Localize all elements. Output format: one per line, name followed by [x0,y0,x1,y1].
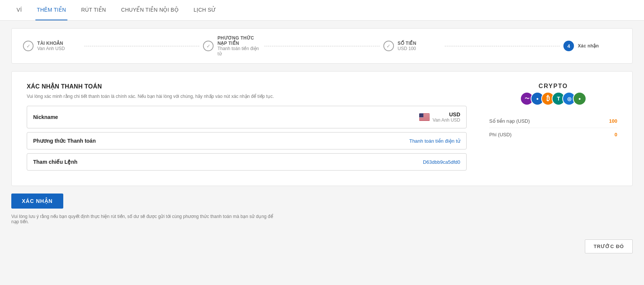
step-2-icon: ✓ [203,41,214,51]
step-divider-3 [445,46,560,46]
currency-name: Van Anh USD [433,117,460,123]
svg-rect-11 [419,120,430,120]
tab-vi[interactable]: VÍ [15,0,23,20]
crypto-title: CRYPTO [539,83,568,90]
back-button-area: TRƯỚC ĐÓ [0,232,644,257]
left-panel: XÁC NHẬN THANH TOÁN Vui lòng xác minh rằ… [27,83,467,174]
coin-6-icon: ● [573,92,586,105]
summary-row-1: Số tiền nạp (USD) 100 [489,114,617,128]
step-1-icon: ✓ [23,41,34,51]
step-4-title: Xác nhận [578,43,599,49]
payment-method-row: Phương thức Thanh toán Thanh toán tiền đ… [27,132,467,149]
step-so-tien: ✓ SỐ TIỀN USD 100 [383,41,441,51]
svg-rect-13 [419,113,423,117]
svg-rect-8 [419,118,430,119]
confirm-button[interactable]: XÁC NHẬN [11,194,63,209]
step-phuong-thuc: ✓ PHƯƠNG THỨC NẠP TIỀN Thanh toán tiền đ… [203,35,261,56]
step-4-icon: 4 [563,41,574,51]
step-divider-2 [264,46,380,46]
tab-chuyen-tien[interactable]: CHUYỂN TIỀN NỘI BỘ [120,0,180,20]
right-panel: CRYPTO 〜 ● ₿ T ◎ ● Số tiền nạp (USD) 100 [489,83,617,174]
step-2-title: PHƯƠNG THỨC NẠP TIỀN [217,35,261,46]
top-navigation: VÍ THÊM TIỀN RÚT TIỀN CHUYỂN TIỀN NỘI BỘ… [0,0,644,21]
summary-value-1: 100 [609,118,617,124]
step-2-sub: Thanh toán tiền điện tử [217,46,261,56]
step-divider-1 [84,46,200,46]
svg-rect-10 [419,119,430,120]
section-title: XÁC NHẬN THANH TOÁN [27,83,467,90]
reference-label: Tham chiếu Lệnh [33,159,78,165]
reference-value: D63dbb9ca5dfd0 [423,159,460,165]
nickname-row: Nickname [27,106,467,128]
summary-label-1: Số tiền nạp (USD) [489,118,530,124]
back-button[interactable]: TRƯỚC ĐÓ [585,239,633,253]
crypto-logo-area: CRYPTO 〜 ● ₿ T ◎ ● [489,83,617,105]
reference-row: Tham chiếu Lệnh D63dbb9ca5dfd0 [27,153,467,171]
step-1-title: TÀI KHOẢN [37,41,65,46]
nickname-label: Nickname [33,114,58,120]
step-xac-nhan: 4 Xác nhận [563,41,621,51]
step-3-icon: ✓ [383,41,394,51]
step-3-sub: USD 100 [398,46,417,51]
tab-them-tien[interactable]: THÊM TIỀN [35,0,68,20]
payment-method-value: Thanh toán tiền điện tử [409,138,460,144]
bottom-note: Vui lòng lưu ý rằng nếu bạn quyết định t… [11,214,275,224]
summary-row-2: Phí (USD) 0 [489,128,617,141]
payment-method-label: Phương thức Thanh toán [33,138,96,144]
nickname-right: USD Van Anh USD [419,111,460,123]
section-desc: Vui lòng xác minh rằng chi tiết thanh to… [27,94,467,99]
step-3-title: SỐ TIỀN [398,41,417,46]
svg-rect-12 [419,120,430,121]
tab-lich-su[interactable]: LỊCH SỬ [192,0,217,20]
bottom-section: XÁC NHẬN Vui lòng lưu ý rằng nếu bạn quy… [0,194,644,232]
currency-info: USD Van Anh USD [433,111,460,123]
steps-bar: ✓ TÀI KHOẢN Van Anh USD ✓ PHƯƠNG THỨC NẠ… [11,28,633,64]
svg-rect-7 [419,117,430,118]
step-1-sub: Van Anh USD [37,46,65,51]
crypto-coins: 〜 ● ₿ T ◎ ● [520,92,586,105]
us-flag-icon [419,113,430,121]
step-tai-khoan: ✓ TÀI KHOẢN Van Anh USD [23,41,81,51]
summary-label-2: Phí (USD) [489,132,511,137]
currency-code: USD [449,111,460,117]
svg-rect-9 [419,119,430,119]
tab-rut-tien[interactable]: RÚT TIỀN [79,0,107,20]
main-content: XÁC NHẬN THANH TOÁN Vui lòng xác minh rằ… [11,71,633,186]
summary-value-2: 0 [615,132,617,137]
